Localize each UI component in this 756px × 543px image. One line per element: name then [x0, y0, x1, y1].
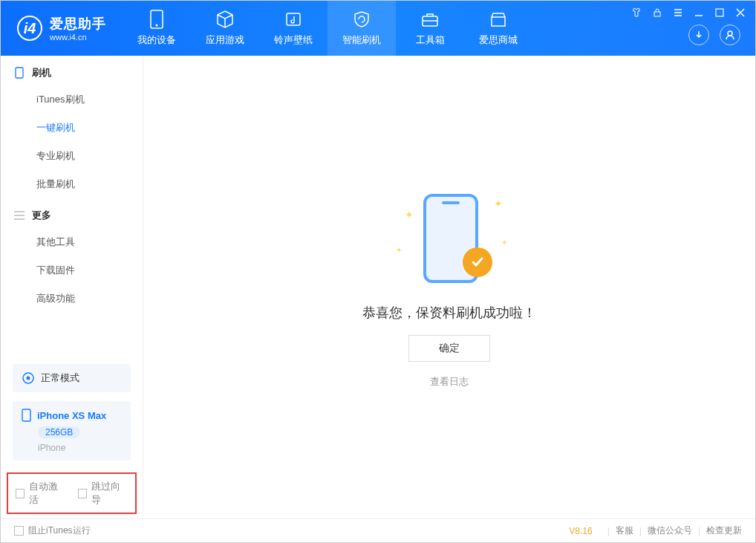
sidebar-item-download-firmware[interactable]: 下载固件: [1, 256, 143, 284]
success-illustration: ✦ ✦ ✦ ✦: [382, 186, 516, 290]
checkbox-icon: [16, 489, 25, 498]
svg-point-1: [156, 25, 158, 27]
refresh-shield-icon: [352, 10, 371, 29]
close-icon[interactable]: [734, 7, 746, 19]
nav-store[interactable]: 爱思商城: [464, 1, 532, 56]
auto-activate-checkbox[interactable]: 自动激活: [16, 480, 66, 507]
cube-icon: [215, 10, 235, 29]
sidebar-section-label: 刷机: [32, 66, 51, 79]
nav-toolbox[interactable]: 工具箱: [396, 1, 464, 56]
nav-label: 智能刷机: [342, 33, 381, 47]
checkbox-icon: [14, 526, 24, 536]
device-type: iPhone: [38, 443, 122, 453]
footer-link-wechat[interactable]: 微信公众号: [648, 524, 692, 537]
checkbox-icon: [78, 489, 87, 498]
sparkle-icon: ✦: [501, 238, 507, 247]
sidebar-item-other-tools[interactable]: 其他工具: [1, 228, 143, 256]
svg-point-9: [27, 377, 30, 380]
sidebar-section-more: 更多: [1, 198, 143, 228]
checkbox-label: 自动激活: [29, 480, 65, 507]
shirt-icon[interactable]: [630, 7, 642, 19]
footer-link-support[interactable]: 客服: [616, 524, 633, 537]
sidebar-item-pro-flash[interactable]: 专业刷机: [1, 142, 143, 170]
skip-guide-checkbox[interactable]: 跳过向导: [78, 480, 128, 507]
svg-point-6: [728, 31, 732, 36]
nav-label: 铃声壁纸: [274, 33, 313, 47]
user-button[interactable]: [720, 25, 740, 45]
device-name: iPhone XS Max: [37, 410, 106, 421]
nav-ringtones-wallpapers[interactable]: 铃声壁纸: [259, 1, 328, 56]
divider: |: [607, 526, 610, 536]
sidebar-item-oneclick-flash[interactable]: 一键刷机: [1, 114, 143, 142]
sparkle-icon: ✦: [396, 246, 402, 254]
main-nav: 我的设备 应用游戏 铃声壁纸 智能刷机 工具箱 爱思商城: [123, 1, 532, 56]
device-capacity: 256GB: [38, 426, 80, 438]
sparkle-icon: ✦: [405, 209, 414, 221]
check-badge-icon: [463, 247, 492, 277]
body: 刷机 iTunes刷机 一键刷机 专业刷机 批量刷机 更多 其他工具 下载固件 …: [1, 56, 755, 518]
music-folder-icon: [284, 10, 303, 29]
device-phone-icon: [22, 409, 31, 422]
sidebar-item-itunes-flash[interactable]: iTunes刷机: [1, 85, 143, 114]
divider: |: [639, 526, 642, 536]
nav-apps-games[interactable]: 应用游戏: [191, 1, 259, 56]
sidebar-item-batch-flash[interactable]: 批量刷机: [1, 170, 143, 198]
ok-button[interactable]: 确定: [408, 335, 490, 362]
mode-label: 正常模式: [41, 371, 79, 385]
menu-icon[interactable]: [672, 7, 684, 19]
nav-smart-flash[interactable]: 智能刷机: [328, 1, 396, 56]
store-icon: [489, 10, 508, 29]
svg-rect-7: [16, 68, 23, 78]
nav-label: 我的设备: [137, 33, 176, 47]
mode-icon: [22, 371, 35, 385]
block-itunes-checkbox[interactable]: 阻止iTunes运行: [14, 524, 91, 537]
app-url: www.i4.cn: [50, 33, 106, 42]
main-content: ✦ ✦ ✦ ✦ 恭喜您，保资料刷机成功啦！ 确定 查看日志: [143, 56, 755, 518]
sparkle-icon: ✦: [494, 198, 503, 209]
footer-link-update[interactable]: 检查更新: [706, 524, 742, 537]
device-small-icon: [14, 68, 25, 78]
svg-rect-4: [654, 12, 660, 16]
divider: |: [698, 526, 700, 536]
maximize-icon[interactable]: [714, 7, 726, 19]
sidebar: 刷机 iTunes刷机 一键刷机 专业刷机 批量刷机 更多 其他工具 下载固件 …: [1, 56, 143, 518]
titlebar: i4 爱思助手 www.i4.cn 我的设备 应用游戏 铃声壁纸 智能刷机 工具…: [1, 1, 755, 56]
list-icon: [14, 210, 25, 221]
minimize-icon[interactable]: [693, 7, 705, 19]
lock-icon[interactable]: [651, 7, 663, 19]
nav-label: 爱思商城: [479, 33, 518, 47]
phone-icon: [147, 10, 166, 29]
nav-my-device[interactable]: 我的设备: [123, 1, 191, 56]
sidebar-section-label: 更多: [32, 209, 51, 222]
window-controls: [630, 7, 746, 19]
app-name: 爱思助手: [50, 15, 106, 33]
app-logo-icon: i4: [17, 16, 42, 41]
device-panel[interactable]: iPhone XS Max 256GB iPhone: [13, 401, 131, 461]
version-label: V8.16: [569, 526, 592, 536]
nav-label: 应用游戏: [206, 33, 244, 47]
success-message: 恭喜您，保资料刷机成功啦！: [362, 304, 536, 322]
checkbox-label: 阻止iTunes运行: [28, 524, 91, 537]
download-button[interactable]: [688, 25, 709, 45]
app-logo-block: i4 爱思助手 www.i4.cn: [1, 15, 123, 42]
toolbox-icon: [420, 10, 440, 29]
checkbox-label: 跳过向导: [91, 480, 128, 507]
titlebar-actions: [688, 25, 740, 45]
view-log-link[interactable]: 查看日志: [430, 375, 469, 388]
svg-rect-10: [22, 409, 30, 421]
device-mode-panel[interactable]: 正常模式: [13, 364, 131, 392]
sidebar-section-flash: 刷机: [1, 56, 143, 85]
footer: 阻止iTunes运行 V8.16 | 客服 | 微信公众号 | 检查更新: [1, 518, 755, 542]
bottom-options-highlight: 自动激活 跳过向导: [7, 472, 137, 514]
sidebar-item-advanced[interactable]: 高级功能: [1, 284, 143, 313]
svg-rect-5: [716, 9, 723, 16]
nav-label: 工具箱: [416, 33, 445, 47]
